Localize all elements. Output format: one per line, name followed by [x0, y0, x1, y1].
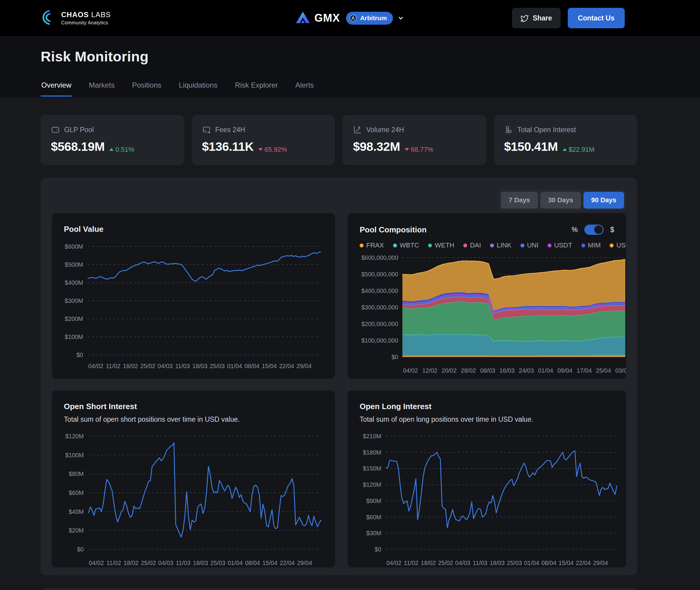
legend-item-uni[interactable]: UNI [520, 241, 539, 249]
svg-text:11/03: 11/03 [176, 560, 191, 566]
legend-dot [393, 243, 397, 248]
stat-label: Volume 24H [366, 126, 404, 134]
tab-markets[interactable]: Markets [88, 81, 115, 97]
open-short-interest-title: Open Short Interest [64, 402, 323, 411]
dollar-toggle-label: $ [610, 226, 614, 234]
pool-composition-title: Pool Composition [360, 225, 427, 234]
legend-item-frax[interactable]: FRAX [360, 241, 384, 249]
legend-dot [548, 243, 551, 248]
volume-icon [353, 125, 362, 134]
svg-text:18/03: 18/03 [193, 560, 208, 566]
legend-item-weth[interactable]: WETH [428, 241, 454, 249]
svg-text:01/04: 01/04 [228, 560, 243, 566]
network-pill[interactable]: Arbitrum [346, 12, 393, 25]
svg-text:$80M: $80M [69, 471, 84, 477]
svg-text:25/02: 25/02 [141, 560, 156, 566]
open-long-interest-subtitle: Total sum of open long positions over ti… [360, 415, 614, 423]
pool-value-card: Pool Value $0$100M$200M$300M$400M$500M$6… [52, 213, 335, 379]
svg-text:$100M: $100M [65, 333, 83, 340]
wallet-icon [51, 125, 60, 134]
legend-item-dai[interactable]: DAI [463, 241, 481, 249]
arrow-down-icon [405, 148, 409, 151]
time-range-7-days[interactable]: 7 Days [501, 192, 538, 209]
legend-label: USDT [554, 241, 572, 249]
svg-text:$20M: $20M [69, 527, 84, 534]
chaos-labs-brand[interactable]: CHAOSLABS Community Analytics [41, 9, 111, 27]
time-range-30-days[interactable]: 30 Days [540, 192, 581, 209]
stat-label: Total Open Interest [517, 126, 576, 134]
svg-text:18/02: 18/02 [123, 363, 138, 369]
svg-text:04/02: 04/02 [403, 367, 418, 374]
network-label: Arbitrum [360, 14, 387, 22]
svg-text:04/03: 04/03 [158, 560, 173, 566]
svg-text:18/02: 18/02 [123, 560, 139, 566]
unit-toggle[interactable] [584, 224, 604, 235]
svg-text:08/03: 08/03 [480, 367, 495, 374]
legend-item-usdc[interactable]: USDC [610, 241, 626, 249]
tab-positions[interactable]: Positions [131, 81, 162, 97]
tab-bar: OverviewMarketsPositionsLiquidationsRisk… [41, 81, 659, 97]
legend-dot [490, 243, 494, 248]
svg-text:18/03: 18/03 [490, 560, 505, 566]
svg-text:$300M: $300M [65, 297, 83, 304]
legend-dot [610, 243, 614, 248]
svg-text:11/02: 11/02 [106, 363, 120, 369]
time-range-90-days[interactable]: 90 Days [584, 192, 624, 209]
svg-text:$120M: $120M [65, 433, 84, 439]
svg-text:16/03: 16/03 [499, 367, 514, 374]
svg-text:25/03: 25/03 [210, 560, 225, 566]
open-short-interest-chart: $0$20M$40M$60M$80M$100M$120M04/0211/0218… [64, 429, 323, 567]
legend-item-link[interactable]: LINK [490, 241, 511, 249]
charts-panel: 7 Days30 Days90 Days Pool Value $0$100M$… [41, 178, 637, 575]
pool-composition-card: Pool Composition % $ FRAXWBTCWETHDAILINK… [348, 213, 626, 379]
contact-us-button[interactable]: Contact Us [568, 8, 625, 28]
svg-text:25/03: 25/03 [210, 363, 225, 369]
svg-text:04/03: 04/03 [158, 363, 173, 369]
toggle-knob [594, 225, 603, 234]
percent-toggle-label: % [572, 226, 578, 234]
svg-text:04/02: 04/02 [386, 560, 402, 566]
arrow-up-icon [109, 148, 113, 151]
svg-text:25/02: 25/02 [140, 363, 155, 369]
legend-label: WBTC [400, 241, 419, 249]
svg-text:$30M: $30M [366, 530, 381, 536]
tab-liquidations[interactable]: Liquidations [178, 81, 218, 97]
svg-text:11/03: 11/03 [175, 363, 190, 369]
share-label: Share [533, 14, 552, 22]
svg-text:01/04: 01/04 [538, 367, 553, 374]
svg-text:08/04: 08/04 [245, 560, 260, 566]
chevron-down-icon[interactable] [397, 14, 404, 22]
svg-text:$60M: $60M [69, 489, 84, 496]
svg-text:04/02: 04/02 [89, 560, 104, 566]
legend-item-wbtc[interactable]: WBTC [393, 241, 419, 249]
svg-text:$300,000,000: $300,000,000 [361, 304, 398, 311]
arrow-down-icon [258, 148, 263, 151]
legend-item-mim[interactable]: MIM [581, 241, 601, 249]
svg-text:15/04: 15/04 [262, 560, 277, 566]
stat-value: $150.41M [504, 140, 558, 154]
legend-item-usdt[interactable]: USDT [548, 241, 572, 249]
svg-text:$120M: $120M [363, 481, 381, 488]
share-button[interactable]: Share [512, 8, 560, 28]
tab-risk-explorer[interactable]: Risk Explorer [234, 81, 279, 97]
svg-text:12/02: 12/02 [422, 367, 437, 374]
tab-alerts[interactable]: Alerts [295, 81, 315, 97]
svg-text:03/05: 03/05 [615, 367, 626, 374]
svg-text:22/04: 22/04 [279, 363, 294, 369]
stat-label: Fees 24H [215, 126, 246, 134]
svg-text:11/03: 11/03 [472, 560, 487, 566]
svg-text:24/03: 24/03 [519, 367, 534, 374]
svg-text:$500,000,000: $500,000,000 [361, 271, 398, 278]
svg-text:18/02: 18/02 [421, 560, 436, 566]
svg-text:11/02: 11/02 [404, 560, 419, 566]
stat-card-total-open-interest: Total Open Interest$150.41M$22.91M [494, 115, 637, 165]
twitter-icon [520, 14, 529, 22]
tab-overview[interactable]: Overview [41, 81, 72, 97]
stat-delta: 68.77% [405, 146, 433, 154]
pool-value-chart: $0$100M$200M$300M$400M$500M$600M04/0211/… [64, 238, 323, 372]
svg-text:$600,000,000: $600,000,000 [361, 254, 398, 261]
card-icon [202, 125, 211, 134]
svg-text:08/04: 08/04 [541, 560, 556, 566]
svg-text:$0: $0 [375, 546, 381, 553]
svg-text:04/02: 04/02 [88, 363, 103, 369]
